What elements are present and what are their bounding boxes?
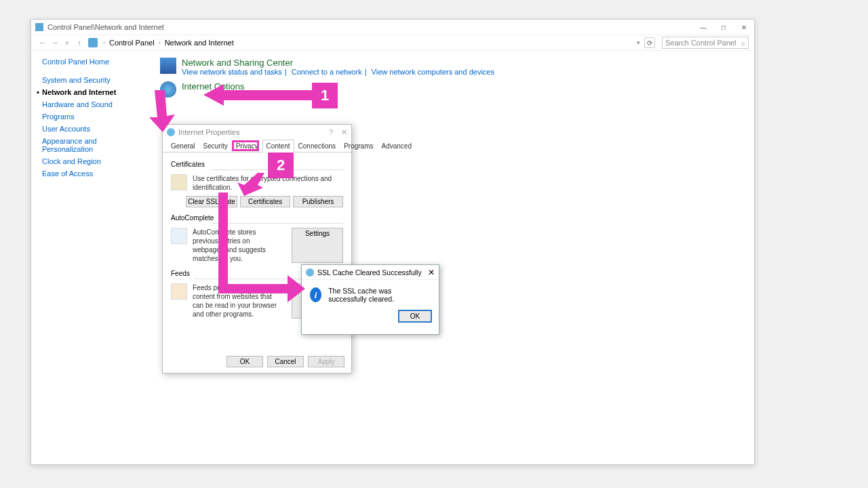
- certificates-section-label: Certificates: [171, 161, 343, 168]
- breadcrumb-control-panel[interactable]: Control Panel: [109, 39, 155, 47]
- info-icon: i: [310, 287, 321, 302]
- autocomplete-settings-button[interactable]: Settings: [292, 228, 343, 263]
- clear-ssl-state-button[interactable]: Clear SSL state: [186, 196, 237, 207]
- control-panel-icon: [35, 23, 43, 31]
- internet-properties-dialog: Internet Properties ? ✕ General Security…: [162, 124, 352, 373]
- msg-text: The SSL cache was successfully cleared.: [328, 287, 431, 303]
- sidebar-item-hardware[interactable]: Hardware and Sound: [42, 98, 144, 110]
- control-panel-home-link[interactable]: Control Panel Home: [42, 58, 144, 66]
- sidebar-item-clock[interactable]: Clock and Region: [42, 155, 144, 167]
- feeds-desc: Feeds provide updated content from websi…: [193, 283, 281, 319]
- refresh-button[interactable]: ⟳: [644, 37, 655, 48]
- tab-advanced[interactable]: Advanced: [377, 140, 415, 152]
- forward-button[interactable]: →: [49, 39, 61, 47]
- ip-titlebar[interactable]: Internet Properties ? ✕: [163, 125, 351, 140]
- ip-cancel-button[interactable]: Cancel: [267, 356, 304, 367]
- minimize-button[interactable]: —: [693, 20, 713, 35]
- nav-bar: ← → ▾ ↑ › Control Panel › Network and In…: [31, 35, 754, 51]
- link-view-status[interactable]: View network status and tasks: [182, 68, 282, 76]
- network-sharing-group: Network and Sharing Center View network …: [160, 58, 743, 76]
- globe-icon: [306, 268, 314, 277]
- ssl-cleared-dialog: SSL Cache Cleared Successfully ✕ i The S…: [301, 264, 439, 335]
- tab-privacy[interactable]: Privacy: [232, 140, 262, 152]
- msg-title: SSL Cache Cleared Successfully: [317, 268, 422, 277]
- breadcrumb-sep: ›: [159, 39, 161, 46]
- msg-ok-button[interactable]: OK: [398, 310, 432, 323]
- link-view-computers[interactable]: View network computers and devices: [372, 68, 494, 76]
- tab-programs[interactable]: Programs: [340, 140, 377, 152]
- ip-close-button[interactable]: ✕: [341, 128, 347, 137]
- back-button[interactable]: ←: [37, 39, 49, 47]
- recent-dropdown[interactable]: ▾: [61, 39, 73, 47]
- ip-tabs: General Security Privacy Content Connect…: [163, 140, 351, 152]
- msg-close-button[interactable]: ✕: [428, 268, 435, 277]
- ip-ok-button[interactable]: OK: [226, 356, 263, 367]
- autocomplete-icon: [171, 228, 187, 244]
- internet-options-group: Internet Options: [160, 81, 743, 98]
- search-input[interactable]: Search Control Panel ⌕: [662, 37, 749, 49]
- publishers-button[interactable]: Publishers: [293, 196, 343, 207]
- sidebar-item-users[interactable]: User Accounts: [42, 123, 144, 135]
- control-panel-window: Control Panel\Network and Internet — □ ✕…: [31, 19, 755, 465]
- network-sharing-heading[interactable]: Network and Sharing Center: [182, 58, 494, 68]
- maximize-button[interactable]: □: [713, 20, 734, 35]
- sidebar-item-appearance[interactable]: Appearance and Personalization: [42, 135, 144, 155]
- window-title: Control Panel\Network and Internet: [47, 23, 164, 31]
- tab-security[interactable]: Security: [199, 140, 232, 152]
- content-area: Network and Sharing Center View network …: [160, 58, 743, 103]
- certificates-button[interactable]: Certificates: [240, 196, 290, 207]
- feeds-icon: [171, 283, 187, 300]
- autocomplete-section-label: AutoComplete: [171, 214, 343, 222]
- certificate-icon: [171, 174, 187, 190]
- search-placeholder: Search Control Panel: [665, 39, 736, 47]
- breadcrumb-network[interactable]: Network and Internet: [165, 39, 234, 47]
- tab-general[interactable]: General: [167, 140, 199, 152]
- breadcrumb-icon[interactable]: [88, 38, 98, 47]
- tab-content[interactable]: Content: [262, 140, 294, 152]
- address-dropdown[interactable]: ▾: [637, 39, 640, 46]
- sidebar-item-system[interactable]: System and Security: [42, 74, 144, 86]
- msg-titlebar[interactable]: SSL Cache Cleared Successfully ✕: [302, 265, 439, 280]
- autocomplete-desc: AutoComplete stores previous entries on …: [193, 228, 281, 263]
- sidebar-item-ease[interactable]: Ease of Access: [42, 167, 144, 180]
- sidebar-item-programs[interactable]: Programs: [42, 110, 144, 123]
- network-sharing-icon: [160, 58, 176, 74]
- sidebar: Control Panel Home System and Security N…: [42, 58, 144, 180]
- link-connect[interactable]: Connect to a network: [292, 68, 362, 76]
- internet-options-icon: [160, 81, 176, 98]
- ip-help-button[interactable]: ?: [329, 128, 333, 137]
- internet-options-heading[interactable]: Internet Options: [182, 81, 245, 92]
- tab-connections[interactable]: Connections: [294, 140, 340, 152]
- ip-apply-button: Apply: [308, 356, 344, 367]
- certificates-desc: Use certificates for encrypted connectio…: [193, 174, 343, 192]
- window-titlebar[interactable]: Control Panel\Network and Internet — □ ✕: [31, 20, 754, 35]
- globe-icon: [167, 128, 175, 136]
- sidebar-item-network[interactable]: Network and Internet: [42, 86, 144, 98]
- search-icon[interactable]: ⌕: [741, 39, 745, 47]
- close-button[interactable]: ✕: [734, 20, 754, 35]
- up-button[interactable]: ↑: [73, 39, 85, 47]
- breadcrumb-sep: ›: [103, 39, 105, 46]
- ip-title: Internet Properties: [178, 128, 240, 136]
